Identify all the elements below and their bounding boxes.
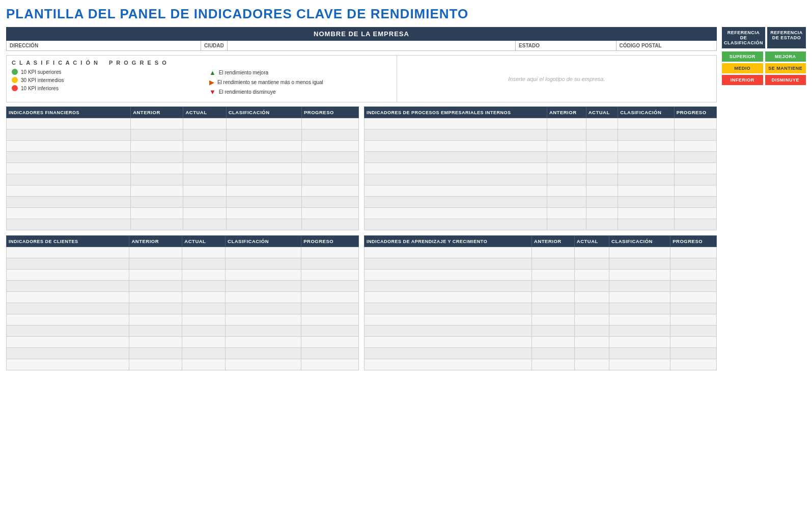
table-cell (670, 314, 717, 326)
clasificacion-items: 10 KPI superiores 30 KPI intermedios 10 … (12, 69, 194, 98)
aprendizaje-title: INDICADORES DE APRENDIZAJE Y CRECIMIENTO (365, 236, 532, 247)
table-cell (129, 359, 182, 370)
progreso-disminuye: ▼ El rendimiento disminuye (209, 88, 391, 96)
table-cell (7, 281, 129, 292)
table-cell (131, 163, 183, 174)
table-cell (182, 359, 226, 370)
table-row (7, 292, 359, 303)
table-row (365, 348, 717, 359)
table-cell (7, 247, 129, 258)
table-cell (674, 118, 716, 129)
table-cell (301, 208, 358, 219)
table-cell (226, 197, 301, 208)
procesos-clasificacion: CLASIFICACIÓN (618, 107, 674, 118)
table-cell (586, 152, 618, 163)
table-cell (131, 219, 183, 230)
table-cell (7, 258, 129, 270)
table-row (7, 326, 359, 337)
table-row (365, 118, 717, 129)
clientes-table-wrapper: INDICADORES DE CLIENTES ANTERIOR ACTUAL … (6, 235, 359, 370)
dot-yellow (12, 77, 18, 83)
table-cell (586, 197, 618, 208)
table-cell (183, 118, 226, 129)
table-cell (586, 129, 618, 141)
table-cell (674, 219, 716, 230)
table-cell (183, 197, 226, 208)
table-cell (365, 314, 532, 326)
table-cell (674, 197, 716, 208)
table-cell (609, 281, 670, 292)
table-cell (609, 270, 670, 281)
table-cell (7, 141, 131, 152)
table-cell (226, 337, 301, 348)
legend-box: C L A S I F I C A C I Ó N P R O G R E S … (6, 55, 397, 102)
table-cell (301, 258, 359, 270)
table-cell (609, 359, 670, 370)
table-row (365, 152, 717, 163)
page-title: PLANTILLA DEL PANEL DE INDICADORES CLAVE… (6, 6, 806, 22)
table-row (7, 197, 359, 208)
table-cell (131, 185, 183, 197)
table-cell (301, 152, 358, 163)
table-row (7, 247, 359, 258)
table-cell (7, 197, 131, 208)
table-cell (547, 141, 586, 152)
table-cell (301, 292, 359, 303)
table-cell (7, 118, 131, 129)
aprendizaje-table-wrapper: INDICADORES DE APRENDIZAJE Y CRECIMIENTO… (364, 235, 717, 370)
financieros-table: INDICADORES FINANCIEROS ANTERIOR ACTUAL … (6, 106, 359, 230)
ciudad-label: CIUDAD (201, 41, 228, 50)
table-cell (586, 174, 618, 185)
table-row (7, 141, 359, 152)
table-cell (7, 270, 129, 281)
dot-green (12, 69, 18, 75)
table-row (7, 163, 359, 174)
table-cell (131, 152, 183, 163)
table-cell (226, 303, 301, 314)
table-cell (574, 348, 609, 359)
table-cell (226, 163, 301, 174)
table-cell (182, 326, 226, 337)
table-cell (670, 348, 717, 359)
table-cell (586, 185, 618, 197)
table-cell (301, 185, 358, 197)
table-cell (301, 303, 359, 314)
table-cell (574, 292, 609, 303)
arrow-side-icon: ▶ (209, 78, 214, 86)
table-cell (586, 163, 618, 174)
financieros-table-wrapper: INDICADORES FINANCIEROS ANTERIOR ACTUAL … (6, 106, 359, 230)
table-cell (7, 208, 131, 219)
table-cell (574, 281, 609, 292)
table-row (7, 152, 359, 163)
table-cell (129, 292, 182, 303)
clientes-table: INDICADORES DE CLIENTES ANTERIOR ACTUAL … (6, 235, 359, 370)
ref-se-mantiene: SE MANTIENE (765, 63, 806, 73)
table-cell (226, 314, 301, 326)
table-cell (618, 185, 674, 197)
table-row (365, 163, 717, 174)
table-cell (301, 337, 359, 348)
table-cell (129, 247, 182, 258)
table-row (7, 219, 359, 230)
table-cell (183, 185, 226, 197)
table-cell (609, 247, 670, 258)
estado-label: ESTADO (516, 41, 616, 50)
table-cell (586, 141, 618, 152)
table-cell (182, 247, 226, 258)
table-row (7, 208, 359, 219)
table-cell (365, 303, 532, 314)
table-cell (365, 174, 547, 185)
table-cell (532, 337, 575, 348)
ref-medio: MEDIO (722, 63, 763, 73)
table-cell (547, 118, 586, 129)
table-cell (532, 359, 575, 370)
table-row (365, 247, 717, 258)
table-cell (609, 314, 670, 326)
table-cell (547, 174, 586, 185)
ref-disminuye: DISMINUYE (765, 75, 806, 85)
table-cell (532, 247, 575, 258)
ciudad-value (228, 41, 516, 50)
legend-item-superior: 10 KPI superiores (12, 69, 194, 75)
table-row (7, 303, 359, 314)
table-cell (609, 337, 670, 348)
